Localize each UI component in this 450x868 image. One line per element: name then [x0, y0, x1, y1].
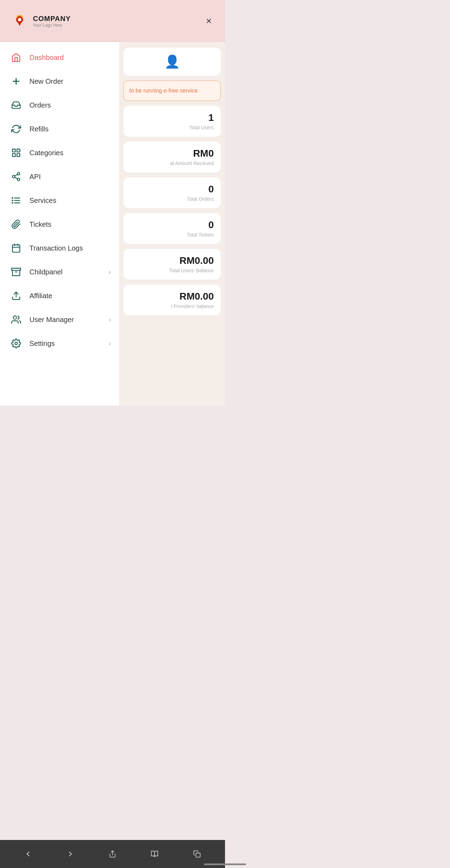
- sidebar-item-orders[interactable]: Orders: [0, 93, 119, 117]
- sidebar-item-label-api: API: [29, 173, 41, 181]
- svg-point-28: [15, 342, 18, 345]
- share-icon: [11, 171, 22, 182]
- sidebar-item-affiliate[interactable]: Affiliate: [0, 284, 119, 308]
- sidebar-item-api[interactable]: API: [0, 165, 119, 189]
- svg-point-18: [12, 200, 13, 201]
- logo-text-block: COMPANY Your Logo Here: [33, 15, 71, 28]
- sidebar-item-label-refills: Refills: [29, 125, 48, 133]
- svg-rect-20: [13, 245, 20, 252]
- sidebar-item-label-tickets: Tickets: [29, 220, 52, 228]
- stat-card-users-balance: RM0.00 Total Users' Balance: [123, 249, 221, 280]
- stat-label-providers-balance: l Providers' balance: [171, 303, 214, 309]
- sidebar-item-label-services: Services: [29, 197, 56, 205]
- list-icon: [11, 195, 22, 206]
- stat-value-providers-balance: RM0.00: [179, 291, 214, 302]
- stat-value-total-tickets: 0: [208, 219, 214, 231]
- stat-card-providers-balance: RM0.00 l Providers' balance: [123, 285, 221, 315]
- sidebar-item-label-dashboard: Dashboard: [29, 54, 64, 62]
- stat-label-total-orders: Total Orders: [187, 196, 214, 202]
- sidebar-item-label-user-manager: User Manager: [29, 316, 74, 324]
- svg-point-17: [12, 198, 13, 198]
- users-icon: [11, 314, 22, 325]
- sidebar-item-transaction-logs[interactable]: Transaction Logs: [0, 236, 119, 260]
- archive-icon: [11, 266, 22, 278]
- sidebar-item-label-new-order: New Order: [29, 77, 63, 86]
- header: COMPANY Your Logo Here ×: [0, 0, 225, 42]
- sidebar-item-dashboard[interactable]: Dashboard: [0, 46, 119, 69]
- gear-icon: [11, 338, 22, 349]
- stat-value-total-amount: RM0: [193, 148, 214, 159]
- warning-text: to be running e-free service.: [129, 88, 199, 94]
- company-logo-icon: [11, 12, 29, 30]
- grid-icon: [11, 147, 22, 158]
- svg-point-2: [18, 18, 21, 21]
- svg-point-19: [12, 203, 13, 203]
- sidebar-item-label-settings: Settings: [29, 340, 55, 348]
- home-icon: [11, 52, 22, 63]
- sidebar-item-childpanel[interactable]: Childpanel ›: [0, 260, 119, 284]
- settings-chevron-icon: ›: [109, 340, 111, 347]
- svg-rect-8: [13, 153, 15, 156]
- stat-label-total-users: Total Users: [189, 125, 214, 130]
- sidebar-item-label-transaction-logs: Transaction Logs: [29, 244, 83, 252]
- warning-banner: to be running e-free service.: [123, 81, 221, 101]
- stat-card-total-orders: 0 Total Orders: [123, 177, 221, 208]
- sidebar-item-label-categories: Categories: [29, 149, 63, 157]
- paperclip-icon: [11, 219, 22, 230]
- svg-point-27: [13, 316, 16, 319]
- close-button[interactable]: ×: [203, 13, 214, 29]
- stat-value-users-balance: RM0.00: [179, 255, 214, 266]
- plus-icon: [11, 76, 22, 87]
- company-name: COMPANY: [33, 15, 71, 23]
- svg-line-12: [15, 177, 18, 179]
- stat-card-total-tickets: 0 Total Tickets: [123, 213, 221, 244]
- stat-card-total-users: 1 Total Users: [123, 106, 221, 137]
- svg-rect-6: [17, 149, 20, 152]
- stat-value-total-users: 1: [208, 112, 214, 123]
- inbox-icon: [11, 100, 22, 111]
- refresh-icon: [11, 123, 22, 135]
- sidebar-item-tickets[interactable]: Tickets: [0, 212, 119, 236]
- svg-rect-24: [12, 268, 21, 271]
- sidebar-item-refills[interactable]: Refills: [0, 117, 119, 141]
- user-manager-chevron-icon: ›: [109, 316, 111, 323]
- svg-rect-5: [13, 149, 15, 152]
- sidebar-item-label-childpanel: Childpanel: [29, 268, 63, 276]
- sidebar-item-services[interactable]: Services: [0, 189, 119, 212]
- sidebar-item-label-affiliate: Affiliate: [29, 292, 52, 300]
- sidebar: Dashboard New Order Orders: [0, 42, 119, 406]
- sidebar-item-label-orders: Orders: [29, 101, 51, 109]
- sidebar-item-categories[interactable]: Categories: [0, 141, 119, 165]
- stat-label-total-tickets: Total Tickets: [187, 232, 214, 238]
- calendar-icon: [11, 242, 22, 254]
- stat-value-total-orders: 0: [208, 184, 214, 195]
- childpanel-chevron-icon: ›: [109, 268, 111, 276]
- avatar-icon: 👤: [164, 54, 180, 69]
- right-panel: 👤 to be running e-free service. 1 Total …: [119, 42, 225, 406]
- svg-rect-7: [17, 153, 20, 156]
- upload-icon: [11, 290, 22, 301]
- logo-area: COMPANY Your Logo Here: [11, 12, 71, 30]
- stat-label-total-amount: al Amount Recieved: [170, 160, 214, 166]
- sidebar-item-user-manager[interactable]: User Manager ›: [0, 308, 119, 332]
- sidebar-item-new-order[interactable]: New Order: [0, 69, 119, 93]
- stat-label-users-balance: Total Users' Balance: [169, 268, 214, 273]
- sidebar-item-settings[interactable]: Settings ›: [0, 332, 119, 355]
- content-area: Dashboard New Order Orders: [0, 42, 225, 406]
- stat-card-total-amount: RM0 al Amount Recieved: [123, 142, 221, 172]
- svg-line-13: [15, 175, 18, 176]
- company-sub: Your Logo Here: [33, 23, 71, 28]
- avatar-card: 👤: [123, 48, 221, 76]
